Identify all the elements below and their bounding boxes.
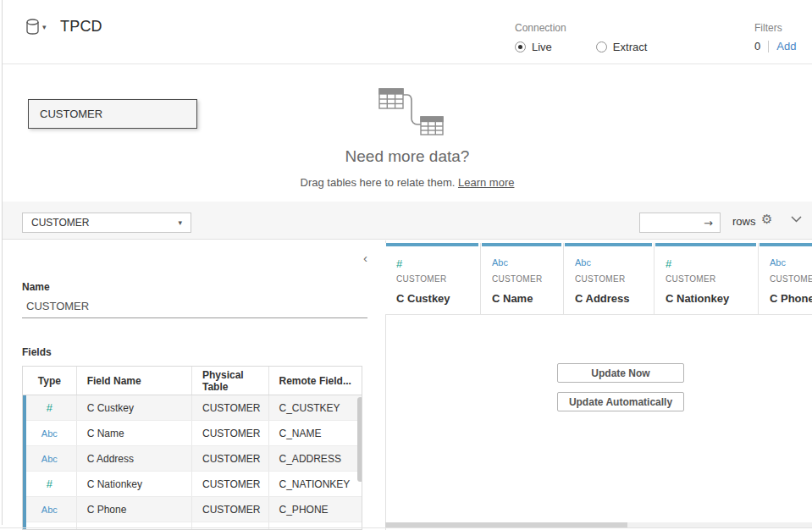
table-row[interactable]: Abc C Address CUSTOMER C_ADDRESS (23, 446, 362, 472)
grid-column-c-phone[interactable]: Abc CUSTOMER C Phone (759, 243, 812, 314)
data-preview-grid: # CUSTOMER C Custkey Abc CUSTOMER C Name… (385, 240, 812, 530)
rows-count-input[interactable]: → (639, 213, 721, 233)
live-radio-label: Live (532, 41, 552, 53)
column-header-physical-table[interactable]: Physical Table (192, 367, 269, 395)
update-automatically-button[interactable]: Update Automatically (557, 392, 684, 411)
bottom-panes: ‹ Name CUSTOMER Fields Type Field Name P… (3, 240, 812, 530)
fields-label: Fields (22, 346, 52, 358)
remote-field-cell: C_CUSTKEY (269, 395, 362, 420)
learn-more-link[interactable]: Learn more (458, 176, 514, 189)
column-accent-bar (482, 243, 561, 246)
field-name-cell: C Custkey (77, 395, 192, 420)
number-type-icon: # (47, 478, 52, 490)
string-type-icon: Abc (41, 428, 58, 439)
string-type-icon: Abc (41, 454, 58, 464)
grid-toolbar: CUSTOMER ▾ → rows ⚙ (3, 202, 812, 240)
field-name-cell: C Address (77, 446, 192, 471)
update-now-button[interactable]: Update Now (557, 363, 684, 383)
string-type-icon: Abc (41, 505, 58, 515)
need-more-data-heading: Need more data? (3, 147, 812, 166)
column-header-field-name[interactable]: Field Name (77, 367, 192, 395)
number-type-icon: # (666, 257, 671, 270)
add-filter-link[interactable]: Add (776, 40, 796, 52)
physical-table-cell: CUSTOMER (192, 446, 269, 471)
column-field-label: C Custkey (396, 292, 450, 305)
remote-field-cell: C_ADDRESS (269, 446, 362, 471)
live-radio-option[interactable]: Live (515, 41, 552, 53)
remote-field-cell: C_PHONE (269, 497, 362, 522)
filters-count: 0 (754, 40, 760, 52)
physical-table-cell: CUSTOMER (192, 421, 269, 445)
column-field-label: C Phone (770, 292, 812, 305)
table-row[interactable]: Abc C Name CUSTOMER C_NAME (23, 421, 362, 446)
remote-field-cell: C_NAME (269, 421, 362, 445)
column-accent-bar (655, 243, 756, 246)
name-label: Name (22, 281, 50, 293)
connection-label: Connection (515, 22, 647, 34)
bottom-edge-divider (0, 527, 812, 528)
grid-column-c-nationkey[interactable]: # CUSTOMER C Nationkey (655, 243, 759, 314)
vertical-scrollbar-thumb[interactable] (357, 397, 362, 482)
table-row[interactable]: # C Nationkey CUSTOMER C_NATIONKEY (23, 472, 362, 497)
grid-column-c-name[interactable]: Abc CUSTOMER C Name (481, 243, 564, 314)
grid-header-divider (385, 314, 812, 315)
physical-table-cell: CUSTOMER (192, 472, 269, 496)
drag-tables-hint-text: Drag tables here to relate them. (301, 176, 458, 189)
data-source-page: ▾ TPCD Connection Live Extract Filters 0 (0, 0, 812, 530)
filters-section: Filters 0 Add (754, 22, 796, 52)
gear-icon[interactable]: ⚙ (761, 212, 772, 227)
grid-column-c-custkey[interactable]: # CUSTOMER C Custkey (385, 243, 481, 314)
column-accent-bar (386, 243, 478, 246)
column-accent-bar (565, 243, 652, 246)
selected-table-stripe (23, 395, 26, 530)
column-field-label: C Address (575, 292, 630, 305)
column-table-label: CUSTOMER (666, 274, 715, 284)
grid-column-headers: # CUSTOMER C Custkey Abc CUSTOMER C Name… (385, 243, 812, 314)
column-header-remote-field[interactable]: Remote Field... (269, 367, 362, 395)
extract-radio-option[interactable]: Extract (596, 41, 647, 53)
fields-metadata-table: Type Field Name Physical Table Remote Fi… (22, 366, 362, 530)
column-field-label: C Nationkey (666, 292, 729, 305)
table-name-field[interactable]: CUSTOMER (22, 295, 367, 318)
field-name-cell: C Phone (77, 497, 192, 522)
collapse-left-panel-icon[interactable]: ‹ (363, 251, 367, 264)
grid-column-c-address[interactable]: Abc CUSTOMER C Address (564, 243, 655, 314)
datasource-title: TPCD (60, 18, 102, 36)
arrow-right-icon: → (704, 217, 713, 229)
table-select-dropdown[interactable]: CUSTOMER ▾ (22, 213, 191, 233)
column-field-label: C Name (492, 292, 533, 305)
string-type-icon: Abc (492, 257, 508, 268)
drag-tables-hint: Drag tables here to relate them. Learn m… (3, 176, 812, 189)
field-name-cell: C Nationkey (77, 472, 192, 496)
filters-label: Filters (754, 22, 796, 34)
column-table-label: CUSTOMER (492, 274, 542, 284)
connection-section: Connection Live Extract (515, 22, 647, 53)
top-bar: ▾ TPCD Connection Live Extract Filters 0 (3, 0, 812, 64)
fields-table-header: Type Field Name Physical Table Remote Fi… (23, 367, 362, 395)
table-row-partial (23, 522, 362, 530)
live-radio-icon[interactable] (515, 41, 526, 52)
datasource-menu[interactable]: ▾ (25, 19, 47, 36)
column-header-type[interactable]: Type (23, 367, 77, 395)
canvas-table-customer[interactable]: CUSTOMER (28, 99, 197, 129)
number-type-icon: # (47, 401, 52, 414)
table-row[interactable]: Abc C Phone CUSTOMER C_PHONE (23, 497, 362, 522)
column-table-label: CUSTOMER (575, 274, 625, 284)
physical-table-cell: CUSTOMER (192, 497, 269, 522)
chevron-down-icon: ▾ (42, 23, 47, 31)
table-row[interactable]: # C Custkey CUSTOMER C_CUSTKEY (23, 395, 362, 421)
collapse-pane-chevron-icon[interactable] (791, 216, 802, 223)
string-type-icon: Abc (770, 257, 786, 268)
physical-table-cell: CUSTOMER (192, 395, 269, 420)
filters-divider (768, 41, 769, 52)
relate-tables-illustration-icon (373, 85, 449, 139)
table-select-value: CUSTOMER (31, 217, 89, 229)
column-table-label: CUSTOMER (770, 274, 812, 284)
extract-radio-icon[interactable] (596, 41, 607, 52)
rows-label: rows (732, 215, 755, 228)
column-accent-bar (760, 243, 812, 246)
relationship-canvas: CUSTOMER (3, 65, 812, 202)
column-table-label: CUSTOMER (396, 274, 446, 284)
database-icon (25, 19, 40, 36)
number-type-icon: # (396, 257, 402, 270)
